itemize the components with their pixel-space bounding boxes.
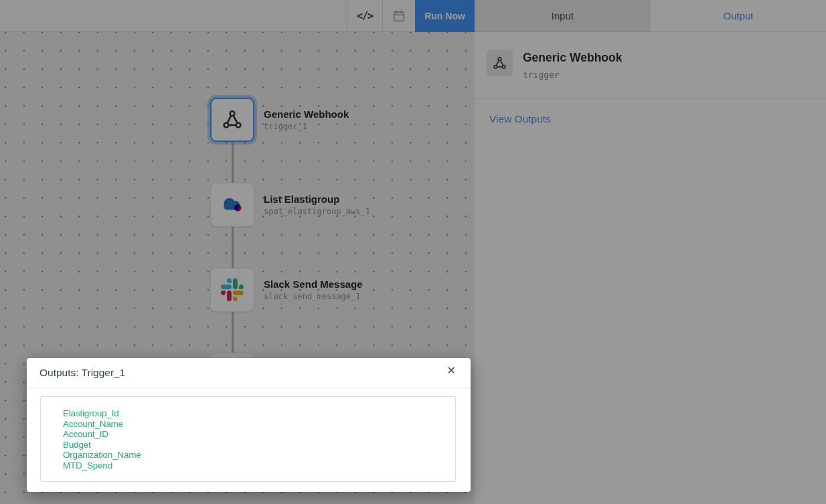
outputs-modal: Outputs: Trigger_1 ✕ Elastigroup_Id Acco… xyxy=(27,358,471,492)
output-field[interactable]: Organization_Name xyxy=(63,450,455,460)
modal-header: Outputs: Trigger_1 ✕ xyxy=(27,358,471,388)
app-root: </> Run Now xyxy=(0,0,826,504)
output-field[interactable]: MTD_Spend xyxy=(63,460,455,471)
output-field[interactable]: Elastigroup_Id xyxy=(63,408,455,419)
close-icon[interactable]: ✕ xyxy=(447,365,456,376)
output-field[interactable]: Account_ID xyxy=(63,429,455,440)
output-field[interactable]: Account_Name xyxy=(63,419,455,430)
output-field[interactable]: Budget xyxy=(63,440,455,450)
outputs-list: Elastigroup_Id Account_Name Account_ID B… xyxy=(40,396,456,482)
modal-title: Outputs: Trigger_1 xyxy=(39,367,125,379)
